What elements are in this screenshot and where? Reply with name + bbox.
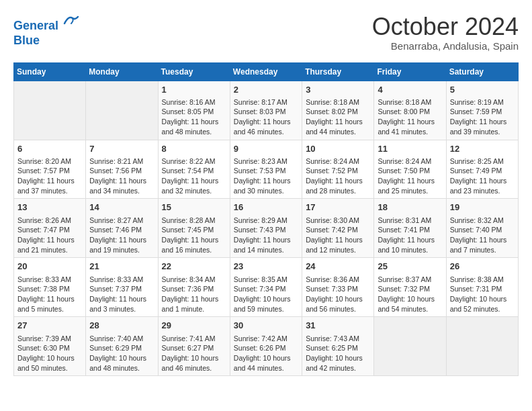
calendar-cell <box>374 317 446 376</box>
day-info: Sunrise: 8:16 AM Sunset: 8:05 PM Dayligh… <box>162 97 226 137</box>
day-info: Sunrise: 7:42 AM Sunset: 6:26 PM Dayligh… <box>234 334 298 373</box>
day-info: Sunrise: 8:38 AM Sunset: 7:31 PM Dayligh… <box>450 275 515 314</box>
day-number: 12 <box>450 143 515 155</box>
calendar-cell: 10Sunrise: 8:24 AM Sunset: 7:52 PM Dayli… <box>302 140 374 199</box>
calendar-cell: 14Sunrise: 8:27 AM Sunset: 7:46 PM Dayli… <box>86 199 158 258</box>
day-info: Sunrise: 8:33 AM Sunset: 7:38 PM Dayligh… <box>17 275 82 314</box>
day-info: Sunrise: 8:34 AM Sunset: 7:36 PM Dayligh… <box>162 275 226 314</box>
day-number: 20 <box>17 261 82 273</box>
day-info: Sunrise: 8:24 AM Sunset: 7:50 PM Dayligh… <box>378 156 442 196</box>
day-number: 21 <box>89 261 154 273</box>
day-info: Sunrise: 8:30 AM Sunset: 7:42 PM Dayligh… <box>306 216 370 255</box>
calendar-cell: 13Sunrise: 8:26 AM Sunset: 7:47 PM Dayli… <box>14 199 86 258</box>
day-info: Sunrise: 7:39 AM Sunset: 6:30 PM Dayligh… <box>17 334 82 373</box>
day-number: 6 <box>17 143 82 155</box>
day-info: Sunrise: 8:33 AM Sunset: 7:37 PM Dayligh… <box>89 275 154 314</box>
col-header-saturday: Saturday <box>446 62 518 81</box>
day-number: 28 <box>89 320 154 332</box>
day-info: Sunrise: 8:18 AM Sunset: 8:02 PM Dayligh… <box>306 97 370 137</box>
day-number: 19 <box>450 201 515 214</box>
logo-bird-icon <box>63 12 79 28</box>
day-number: 26 <box>450 261 515 273</box>
day-number: 16 <box>234 201 298 214</box>
day-number: 29 <box>162 320 226 332</box>
calendar-week-4: 20Sunrise: 8:33 AM Sunset: 7:38 PM Dayli… <box>14 258 519 317</box>
month-title: October 2024 <box>372 13 519 40</box>
calendar-cell: 18Sunrise: 8:31 AM Sunset: 7:41 PM Dayli… <box>374 199 446 258</box>
calendar-cell: 31Sunrise: 7:43 AM Sunset: 6:25 PM Dayli… <box>302 317 374 376</box>
calendar-cell: 15Sunrise: 8:28 AM Sunset: 7:45 PM Dayli… <box>158 199 230 258</box>
calendar-cell <box>86 81 158 140</box>
calendar-cell: 1Sunrise: 8:16 AM Sunset: 8:05 PM Daylig… <box>158 81 230 140</box>
day-info: Sunrise: 8:32 AM Sunset: 7:40 PM Dayligh… <box>450 216 515 255</box>
calendar-cell: 9Sunrise: 8:23 AM Sunset: 7:53 PM Daylig… <box>230 140 302 199</box>
title-block: October 2024 Benarraba, Andalusia, Spain <box>372 13 519 52</box>
day-info: Sunrise: 8:17 AM Sunset: 8:03 PM Dayligh… <box>234 97 298 137</box>
calendar-cell: 29Sunrise: 7:41 AM Sunset: 6:27 PM Dayli… <box>158 317 230 376</box>
day-info: Sunrise: 8:25 AM Sunset: 7:49 PM Dayligh… <box>450 156 515 196</box>
location-title: Benarraba, Andalusia, Spain <box>372 40 519 52</box>
calendar-cell: 26Sunrise: 8:38 AM Sunset: 7:31 PM Dayli… <box>446 258 518 317</box>
col-header-wednesday: Wednesday <box>230 62 302 81</box>
day-info: Sunrise: 8:31 AM Sunset: 7:41 PM Dayligh… <box>378 216 442 255</box>
col-header-sunday: Sunday <box>14 62 86 81</box>
day-number: 9 <box>234 143 298 155</box>
day-info: Sunrise: 8:27 AM Sunset: 7:46 PM Dayligh… <box>89 216 154 255</box>
calendar-cell: 25Sunrise: 8:37 AM Sunset: 7:32 PM Dayli… <box>374 258 446 317</box>
day-number: 13 <box>17 201 82 214</box>
day-number: 10 <box>306 143 370 155</box>
calendar-cell: 23Sunrise: 8:35 AM Sunset: 7:34 PM Dayli… <box>230 258 302 317</box>
day-info: Sunrise: 8:23 AM Sunset: 7:53 PM Dayligh… <box>234 156 298 196</box>
calendar-header-row: SundayMondayTuesdayWednesdayThursdayFrid… <box>14 62 519 81</box>
calendar-week-5: 27Sunrise: 7:39 AM Sunset: 6:30 PM Dayli… <box>14 317 519 376</box>
day-info: Sunrise: 8:20 AM Sunset: 7:57 PM Dayligh… <box>17 156 82 196</box>
calendar-cell: 12Sunrise: 8:25 AM Sunset: 7:49 PM Dayli… <box>446 140 518 199</box>
day-number: 27 <box>17 320 82 332</box>
day-info: Sunrise: 8:28 AM Sunset: 7:45 PM Dayligh… <box>162 216 226 255</box>
day-info: Sunrise: 8:37 AM Sunset: 7:32 PM Dayligh… <box>378 275 442 314</box>
calendar-cell: 8Sunrise: 8:22 AM Sunset: 7:54 PM Daylig… <box>158 140 230 199</box>
day-number: 31 <box>306 320 370 332</box>
day-number: 18 <box>378 201 442 214</box>
calendar-week-1: 1Sunrise: 8:16 AM Sunset: 8:05 PM Daylig… <box>14 81 519 140</box>
day-info: Sunrise: 8:29 AM Sunset: 7:43 PM Dayligh… <box>234 216 298 255</box>
calendar-cell: 21Sunrise: 8:33 AM Sunset: 7:37 PM Dayli… <box>86 258 158 317</box>
logo-general: General <box>13 19 58 32</box>
day-number: 25 <box>378 261 442 273</box>
day-info: Sunrise: 8:18 AM Sunset: 8:00 PM Dayligh… <box>378 97 442 137</box>
day-number: 30 <box>234 320 298 332</box>
calendar-cell: 11Sunrise: 8:24 AM Sunset: 7:50 PM Dayli… <box>374 140 446 199</box>
day-number: 8 <box>162 143 226 155</box>
day-info: Sunrise: 8:24 AM Sunset: 7:52 PM Dayligh… <box>306 156 370 196</box>
day-number: 24 <box>306 261 370 273</box>
calendar-cell: 17Sunrise: 8:30 AM Sunset: 7:42 PM Dayli… <box>302 199 374 258</box>
day-info: Sunrise: 7:43 AM Sunset: 6:25 PM Dayligh… <box>306 334 370 373</box>
calendar-week-3: 13Sunrise: 8:26 AM Sunset: 7:47 PM Dayli… <box>14 199 519 258</box>
calendar-cell: 5Sunrise: 8:19 AM Sunset: 7:59 PM Daylig… <box>446 81 518 140</box>
day-number: 11 <box>378 143 442 155</box>
calendar-cell: 2Sunrise: 8:17 AM Sunset: 8:03 PM Daylig… <box>230 81 302 140</box>
logo: General Blue <box>13 13 79 48</box>
calendar-cell: 30Sunrise: 7:42 AM Sunset: 6:26 PM Dayli… <box>230 317 302 376</box>
calendar-cell: 22Sunrise: 8:34 AM Sunset: 7:36 PM Dayli… <box>158 258 230 317</box>
day-info: Sunrise: 8:36 AM Sunset: 7:33 PM Dayligh… <box>306 275 370 314</box>
col-header-friday: Friday <box>374 62 446 81</box>
calendar-cell: 3Sunrise: 8:18 AM Sunset: 8:02 PM Daylig… <box>302 81 374 140</box>
day-info: Sunrise: 8:26 AM Sunset: 7:47 PM Dayligh… <box>17 216 82 255</box>
day-info: Sunrise: 8:21 AM Sunset: 7:56 PM Dayligh… <box>89 156 154 196</box>
calendar-cell: 20Sunrise: 8:33 AM Sunset: 7:38 PM Dayli… <box>14 258 86 317</box>
day-number: 3 <box>306 84 370 96</box>
day-number: 15 <box>162 201 226 214</box>
col-header-thursday: Thursday <box>302 62 374 81</box>
calendar-cell: 7Sunrise: 8:21 AM Sunset: 7:56 PM Daylig… <box>86 140 158 199</box>
day-info: Sunrise: 8:35 AM Sunset: 7:34 PM Dayligh… <box>234 275 298 314</box>
day-info: Sunrise: 7:40 AM Sunset: 6:29 PM Dayligh… <box>89 334 154 373</box>
day-number: 4 <box>378 84 442 96</box>
calendar-week-2: 6Sunrise: 8:20 AM Sunset: 7:57 PM Daylig… <box>14 140 519 199</box>
day-info: Sunrise: 8:22 AM Sunset: 7:54 PM Dayligh… <box>162 156 226 196</box>
calendar-cell: 6Sunrise: 8:20 AM Sunset: 7:57 PM Daylig… <box>14 140 86 199</box>
logo-blue: Blue <box>13 34 40 47</box>
col-header-tuesday: Tuesday <box>158 62 230 81</box>
calendar-cell: 4Sunrise: 8:18 AM Sunset: 8:00 PM Daylig… <box>374 81 446 140</box>
calendar-cell: 19Sunrise: 8:32 AM Sunset: 7:40 PM Dayli… <box>446 199 518 258</box>
